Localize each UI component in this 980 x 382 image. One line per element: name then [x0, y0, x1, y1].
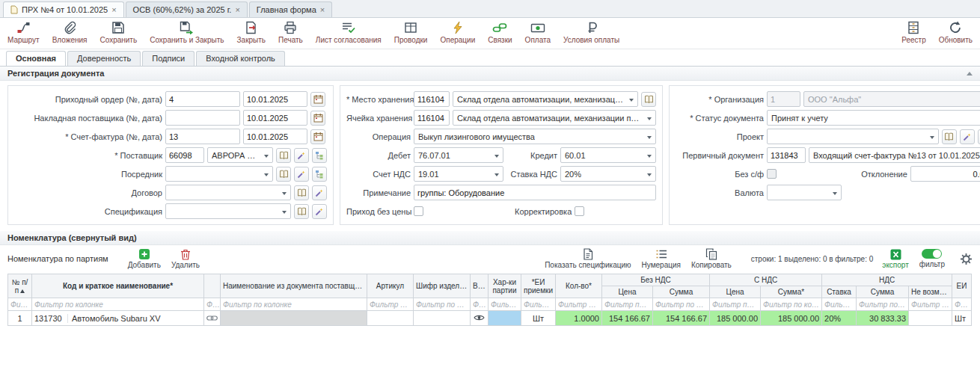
- close-tab-icon[interactable]: [235, 6, 239, 14]
- storage-cell-select[interactable]: Склад отдела автоматизации, механизации …: [453, 110, 656, 126]
- close-tab-icon[interactable]: [320, 6, 325, 14]
- save-close-button[interactable]: Сохранить и Закрыть: [150, 21, 224, 44]
- column-header-non-refund[interactable]: Не возмещ.: [909, 286, 952, 298]
- row-batch-cell[interactable]: [489, 311, 521, 326]
- primary-doc-code-input[interactable]: [767, 147, 806, 163]
- column-header-sum-no-vat[interactable]: Сумма: [653, 286, 710, 298]
- route-button[interactable]: Маршрут: [7, 21, 40, 44]
- deviation-input[interactable]: [910, 166, 980, 182]
- filter-cell[interactable]: Фильтр по колонке: [489, 298, 521, 311]
- row-vat-sum-cell[interactable]: 30 833.33: [857, 311, 909, 326]
- links-button[interactable]: Связки: [488, 21, 512, 44]
- row-product-code-cell[interactable]: [414, 311, 471, 326]
- filter-cell[interactable]: Фильтр по колонке: [857, 298, 909, 311]
- row-price-vat-cell[interactable]: 185 000.00: [710, 311, 761, 326]
- hierarchy-icon[interactable]: [312, 148, 327, 163]
- doc-tab-prx[interactable]: ПРХ №4 от 10.01.2025: [3, 1, 124, 17]
- supplier-select[interactable]: АВРОРА ООО: [207, 147, 273, 163]
- operation-select[interactable]: Выкуп лизингового имущества: [414, 129, 656, 144]
- filter-cell[interactable]: Фильтр по колонке: [32, 298, 204, 311]
- close-tab-icon[interactable]: [111, 6, 116, 14]
- filter-cell[interactable]: Фильтр по колонке: [367, 298, 414, 311]
- column-header-supplier-name[interactable]: Наименование из документа поставщика: [221, 274, 367, 298]
- book-icon[interactable]: [276, 167, 291, 182]
- calendar-icon[interactable]: [310, 129, 325, 144]
- book-icon[interactable]: [294, 204, 309, 219]
- postings-button[interactable]: Проводки: [394, 21, 428, 44]
- hierarchy-icon[interactable]: [312, 167, 327, 182]
- invoice-number-input[interactable]: [165, 129, 240, 144]
- registry-button[interactable]: Реестр: [901, 21, 926, 44]
- operations-button[interactable]: Операции: [440, 21, 475, 44]
- row-price-no-vat-cell[interactable]: 154 166.67: [602, 311, 653, 326]
- row-sum-vat-cell[interactable]: 185 000.00: [761, 311, 822, 326]
- filter-cell[interactable]: Фильтр по колонке: [414, 298, 471, 311]
- copy-button[interactable]: Копировать: [691, 248, 732, 269]
- filter-cell[interactable]: Фильтр по колонке: [761, 298, 822, 311]
- row-link-cell[interactable]: [204, 311, 221, 326]
- column-header-sum-vat[interactable]: Сумма*: [761, 286, 822, 298]
- project-select[interactable]: [767, 129, 939, 144]
- filter-cell[interactable]: Фильтр по колонке: [204, 298, 221, 311]
- save-button[interactable]: Сохранить: [99, 21, 137, 44]
- column-header-vlzh[interactable]: Влж: [471, 274, 489, 298]
- filter-cell[interactable]: Фильтр по колонке: [822, 298, 857, 311]
- column-header-unit-in[interactable]: *ЕИ приемки: [521, 274, 556, 298]
- column-header-batch[interactable]: Хар-ки партии: [489, 274, 521, 298]
- supplier-code-input[interactable]: [165, 147, 204, 163]
- column-header-num[interactable]: № п/п: [8, 274, 32, 298]
- column-header-unit[interactable]: ЕИ: [952, 274, 972, 298]
- doc-tab-main-form[interactable]: Главная форма: [249, 1, 332, 17]
- attachments-button[interactable]: Вложения: [52, 21, 88, 44]
- filter-cell[interactable]: Фильтр по колонке: [471, 298, 489, 311]
- wand-icon[interactable]: [960, 129, 975, 144]
- calendar-icon[interactable]: [310, 92, 325, 107]
- doc-tab-osv[interactable]: ОСВ (60%,62%) за 2025 г.: [126, 1, 248, 17]
- book-icon[interactable]: [276, 148, 291, 163]
- tab-main[interactable]: Основная: [6, 51, 66, 66]
- row-qty-cell[interactable]: 1.0000: [556, 311, 602, 326]
- filter-toggle[interactable]: фильтр: [919, 249, 945, 268]
- export-button[interactable]: экспорт: [882, 249, 909, 269]
- specification-select[interactable]: [165, 203, 291, 219]
- filter-cell[interactable]: Фильтр по колонке: [710, 298, 761, 311]
- wand-icon[interactable]: [294, 148, 309, 163]
- column-header-article[interactable]: Артикул: [367, 274, 414, 298]
- vat-rate-select[interactable]: 20%: [560, 166, 656, 182]
- approval-sheet-button[interactable]: Лист согласования: [316, 21, 382, 44]
- close-button[interactable]: Закрыть: [237, 21, 266, 44]
- supplier-invoice-date-input[interactable]: [243, 110, 307, 126]
- numbering-button[interactable]: Нумерация: [642, 248, 681, 269]
- tab-power-of-attorney[interactable]: Доверенность: [67, 51, 141, 66]
- correction-checkbox[interactable]: [575, 206, 584, 216]
- filter-cell[interactable]: Фильтр по колонке: [221, 298, 367, 311]
- payment-button[interactable]: Оплата: [525, 21, 551, 44]
- middleman-select[interactable]: [165, 166, 273, 182]
- filter-cell[interactable]: Фильтр по колонке: [909, 298, 952, 311]
- book-icon[interactable]: [641, 92, 656, 107]
- collapse-icon[interactable]: [967, 72, 973, 76]
- table-row[interactable]: 1 131730 Автомобиль Subaru XV Шт 1.0000 …: [8, 311, 972, 326]
- primary-doc-select[interactable]: Входящий счет-фактура №13 от 10.01.2025: [809, 147, 980, 163]
- row-unit-cell[interactable]: Шт: [952, 311, 972, 326]
- calendar-icon[interactable]: [310, 111, 325, 126]
- tab-input-control[interactable]: Входной контроль: [196, 51, 285, 66]
- column-header-price-vat[interactable]: Цена: [710, 286, 761, 298]
- column-header-vat-rate[interactable]: Ставка: [822, 286, 857, 298]
- row-non-refund-cell[interactable]: [909, 311, 952, 326]
- payment-terms-button[interactable]: Условия оплаты: [563, 21, 619, 44]
- note-input[interactable]: [414, 185, 656, 200]
- print-button[interactable]: Печать: [278, 21, 303, 44]
- row-vlzh-cell[interactable]: [471, 311, 489, 326]
- filter-cell[interactable]: Фильтр по колонке: [653, 298, 710, 311]
- filter-cell[interactable]: Фильтр по колонке: [952, 298, 972, 311]
- row-vat-rate-cell[interactable]: 20%: [822, 311, 857, 326]
- credit-select[interactable]: 60.01: [560, 147, 656, 163]
- supplier-invoice-number-input[interactable]: [165, 110, 240, 126]
- storage-code-input[interactable]: [414, 91, 450, 107]
- filter-cell[interactable]: Фильтр по колонке: [556, 298, 602, 311]
- row-sum-no-vat-cell[interactable]: 154 166.67: [653, 311, 710, 326]
- filter-cell[interactable]: Фильтр по колонке: [521, 298, 556, 311]
- column-header-product-code[interactable]: Шифр изделия: [414, 274, 471, 298]
- book-icon[interactable]: [942, 129, 957, 144]
